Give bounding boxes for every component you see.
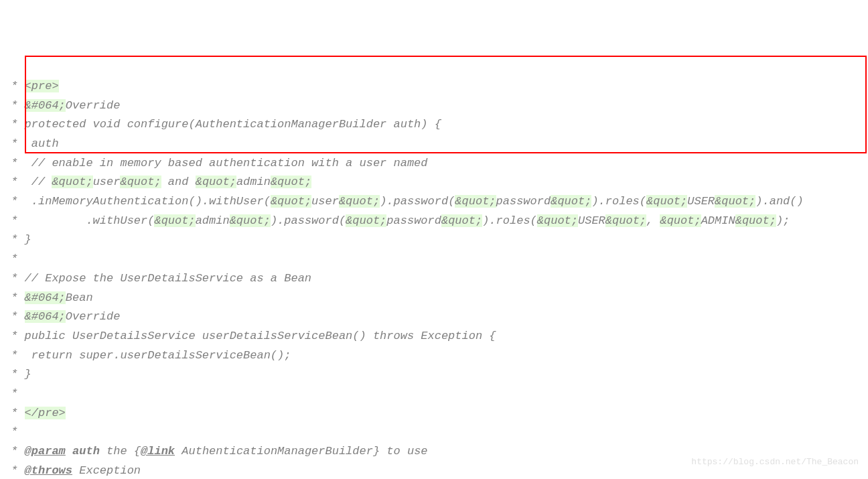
link-tag: @link xyxy=(141,445,175,458)
text: * .inMemoryAuthentication().withUser( xyxy=(4,195,271,208)
text: * xyxy=(4,407,25,419)
entity: &quot; xyxy=(646,195,687,208)
entity: &#064; xyxy=(25,310,66,323)
text: * xyxy=(4,310,25,323)
code-line[interactable]: * // Expose the UserDetailsService as a … xyxy=(0,269,868,289)
code-line[interactable]: * auth xyxy=(0,135,868,154)
code-line[interactable]: * xyxy=(0,385,868,404)
entity: &quot; xyxy=(660,214,701,227)
entity: &quot; xyxy=(715,195,755,208)
entity: &#064; xyxy=(25,291,66,304)
code-line[interactable]: * } xyxy=(0,365,868,385)
text: password xyxy=(496,195,551,208)
entity: &quot; xyxy=(120,176,161,188)
text: ).password( xyxy=(271,214,346,227)
text: user xyxy=(311,195,339,208)
throws-tag: @throws xyxy=(25,464,72,477)
watermark: https://blog.csdn.net/The_Beacon xyxy=(691,453,859,472)
text: * xyxy=(4,445,25,458)
entity: &quot; xyxy=(551,195,591,208)
entity: &quot; xyxy=(271,195,311,208)
code-line[interactable]: * </pre> xyxy=(0,404,868,423)
text: admin xyxy=(196,214,230,227)
entity: &#064; xyxy=(25,99,66,112)
text: Exception xyxy=(72,464,141,477)
text: * xyxy=(4,464,25,477)
code-line[interactable]: * &#064;Bean xyxy=(0,289,868,308)
code-line[interactable]: * } xyxy=(0,230,868,250)
code-line[interactable]: * &#064;Override xyxy=(0,307,868,327)
text: * // xyxy=(4,176,52,188)
pre-tag: <pre> xyxy=(25,80,59,92)
text: password xyxy=(386,214,441,227)
entity: &quot; xyxy=(52,176,92,188)
text: Override xyxy=(66,99,121,112)
entity: &quot; xyxy=(735,214,776,227)
text: ).roles( xyxy=(591,195,646,208)
entity: &quot; xyxy=(271,176,311,188)
text: and xyxy=(161,176,196,188)
text: AuthenticationManagerBuilder} to use xyxy=(175,445,427,458)
comment-text: * xyxy=(4,80,25,92)
entity: &quot; xyxy=(346,214,386,227)
entity: &quot; xyxy=(154,214,195,227)
param-name: auth xyxy=(72,445,100,458)
text: ).password( xyxy=(380,195,455,208)
text: USER xyxy=(687,195,715,208)
text: the { xyxy=(100,445,141,458)
text: * xyxy=(4,291,25,304)
code-line[interactable]: * .inMemoryAuthentication().withUser(&qu… xyxy=(0,192,868,212)
text xyxy=(66,445,72,458)
entity: &quot; xyxy=(537,214,578,227)
code-line[interactable]: * public UserDetailsService userDetailsS… xyxy=(0,327,868,346)
text: Override xyxy=(66,310,121,323)
text: ); xyxy=(776,214,790,227)
code-line[interactable]: * // enable in memory based authenticati… xyxy=(0,154,868,174)
entity: &quot; xyxy=(196,176,236,188)
text: * xyxy=(4,99,25,112)
text: ADMIN xyxy=(701,214,735,227)
pre-close-tag: </pre> xyxy=(25,407,66,419)
entity: &quot; xyxy=(230,214,271,227)
code-line[interactable]: * protected void configure(Authenticatio… xyxy=(0,115,868,135)
entity: &quot; xyxy=(339,195,380,208)
text: * .withUser( xyxy=(4,214,154,227)
code-line[interactable]: * <pre> xyxy=(0,77,868,96)
code-line[interactable]: * &#064;Override xyxy=(0,96,868,116)
code-line[interactable]: * return super.userDetailsServiceBean(); xyxy=(0,346,868,366)
text: , xyxy=(646,214,660,227)
text: admin xyxy=(236,176,271,188)
text: Bean xyxy=(66,291,93,304)
code-line[interactable]: * .withUser(&quot;admin&quot;).password(… xyxy=(0,212,868,231)
code-line[interactable]: * xyxy=(0,250,868,269)
entity: &quot; xyxy=(455,195,496,208)
text: user xyxy=(93,176,121,188)
text: ).roles( xyxy=(482,214,537,227)
param-tag: @param xyxy=(25,445,66,458)
entity: &quot; xyxy=(605,214,646,227)
text: ).and() xyxy=(755,195,803,208)
entity: &quot; xyxy=(441,214,482,227)
text: USER xyxy=(578,214,605,227)
code-line[interactable]: * // &quot;user&quot; and &quot;admin&qu… xyxy=(0,173,868,192)
code-line[interactable]: * xyxy=(0,423,868,442)
